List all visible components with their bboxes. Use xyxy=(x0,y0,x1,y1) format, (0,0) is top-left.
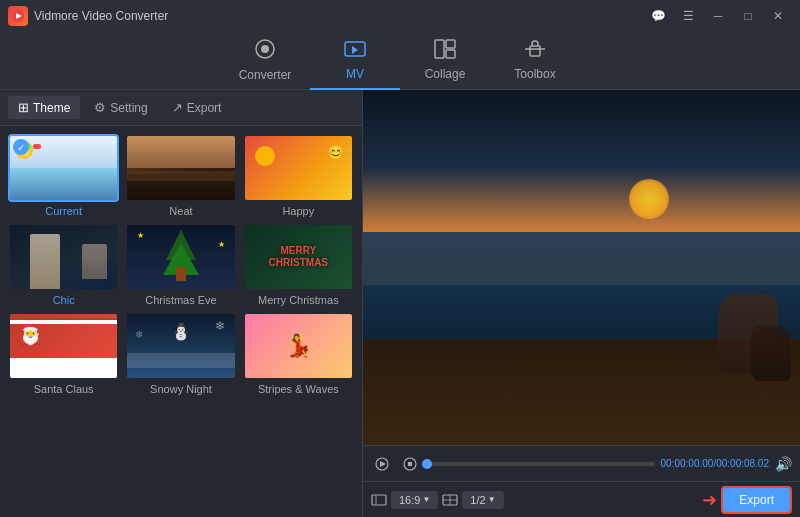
theme-thumb-chic xyxy=(8,223,119,291)
theme-thumb-snowy-night: ❄ ❄ ⛄ xyxy=(125,312,236,380)
progress-bar[interactable] xyxy=(427,462,655,466)
arrow-indicator: ➜ xyxy=(702,489,717,511)
app-icon xyxy=(8,6,28,26)
nav-tabs: Converter MV Collage Toolb xyxy=(0,32,800,90)
svg-point-3 xyxy=(261,45,269,53)
export-button[interactable]: Export xyxy=(721,486,792,514)
theme-item-current[interactable]: ✓ Current xyxy=(8,134,119,217)
resolution-icon xyxy=(442,492,458,508)
stop-button[interactable] xyxy=(399,453,421,475)
merry-text: MERRYCHRISTMAS xyxy=(269,245,328,269)
theme-item-happy[interactable]: 😊 Happy xyxy=(243,134,354,217)
theme-item-stripes-waves[interactable]: 💃 Stripes & Waves xyxy=(243,312,354,395)
theme-item-chic[interactable]: Chic xyxy=(8,223,119,306)
main-content: ⊞ Theme ⚙ Setting ↗ Export xyxy=(0,90,800,517)
video-preview xyxy=(363,90,800,445)
subtab-setting-label: Setting xyxy=(110,101,147,115)
theme-item-snowy-night[interactable]: ❄ ❄ ⛄ Snowy Night xyxy=(125,312,236,395)
subtab-theme[interactable]: ⊞ Theme xyxy=(8,96,80,119)
theme-thumb-current: ✓ xyxy=(8,134,119,202)
tab-toolbox[interactable]: Toolbox xyxy=(490,32,580,90)
toolbox-icon xyxy=(524,39,546,64)
theme-label-santa-claus: Santa Claus xyxy=(34,383,94,395)
converter-icon xyxy=(254,38,276,65)
svg-rect-13 xyxy=(408,462,412,466)
subtab-export-label: Export xyxy=(187,101,222,115)
tab-converter[interactable]: Converter xyxy=(220,32,310,90)
video-background xyxy=(363,90,800,445)
close-button[interactable]: ✕ xyxy=(764,6,792,26)
tab-collage-label: Collage xyxy=(425,67,466,81)
subtab-export[interactable]: ↗ Export xyxy=(162,96,232,119)
collage-icon xyxy=(434,39,456,64)
theme-label-snowy-night: Snowy Night xyxy=(150,383,212,395)
svg-rect-8 xyxy=(530,46,540,56)
volume-button[interactable]: 🔊 xyxy=(775,456,792,472)
svg-rect-6 xyxy=(446,40,455,48)
selected-check-icon: ✓ xyxy=(13,139,29,155)
subtab-theme-label: Theme xyxy=(33,101,70,115)
resolution-value: 1/2 xyxy=(470,494,485,506)
theme-thumb-stripes-waves: 💃 xyxy=(243,312,354,380)
tab-toolbox-label: Toolbox xyxy=(514,67,555,81)
bottom-controls: 16:9 ▼ 1/2 ▼ ➜ Export xyxy=(363,481,800,517)
theme-thumb-happy: 😊 xyxy=(243,134,354,202)
theme-grid-icon: ⊞ xyxy=(18,100,29,115)
theme-label-happy: Happy xyxy=(282,205,314,217)
resolution-select[interactable]: 1/2 ▼ xyxy=(462,491,503,509)
ratio-select[interactable]: 16:9 ▼ xyxy=(391,491,438,509)
minimize-button[interactable]: ─ xyxy=(704,6,732,26)
svg-rect-14 xyxy=(372,495,386,505)
time-display: 00:00:00.00/00:00:08.02 xyxy=(661,458,769,469)
theme-label-stripes-waves: Stripes & Waves xyxy=(258,383,339,395)
bottom-controls-left: 16:9 ▼ 1/2 ▼ xyxy=(371,491,504,509)
theme-label-christmas-eve: Christmas Eve xyxy=(145,294,217,306)
titlebar-controls: 💬 ☰ ─ □ ✕ xyxy=(644,6,792,26)
titlebar: Vidmore Video Converter 💬 ☰ ─ □ ✕ xyxy=(0,0,800,32)
theme-thumb-merry-christmas: MERRYCHRISTMAS xyxy=(243,223,354,291)
right-panel: 00:00:00.00/00:00:08.02 🔊 16:9 ▼ xyxy=(363,90,800,517)
svg-rect-5 xyxy=(435,40,444,58)
theme-label-chic: Chic xyxy=(53,294,75,306)
video-controls: 00:00:00.00/00:00:08.02 🔊 xyxy=(363,445,800,481)
export-area: ➜ Export xyxy=(702,486,792,514)
play-button[interactable] xyxy=(371,453,393,475)
theme-label-merry-christmas: Merry Christmas xyxy=(258,294,339,306)
beach-sun xyxy=(629,179,669,219)
app-title: Vidmore Video Converter xyxy=(34,9,168,23)
ratio-chevron-icon: ▼ xyxy=(422,495,430,504)
tab-mv[interactable]: MV xyxy=(310,32,400,90)
ratio-icon xyxy=(371,492,387,508)
theme-item-merry-christmas[interactable]: MERRYCHRISTMAS Merry Christmas xyxy=(243,223,354,306)
theme-grid: ✓ Current Neat xyxy=(0,126,362,517)
resolution-chevron-icon: ▼ xyxy=(488,495,496,504)
tab-collage[interactable]: Collage xyxy=(400,32,490,90)
tab-converter-label: Converter xyxy=(239,68,292,82)
svg-marker-11 xyxy=(380,461,386,467)
ratio-value: 16:9 xyxy=(399,494,420,506)
setting-icon: ⚙ xyxy=(94,100,106,115)
theme-thumb-christmas-eve: ★ ★ xyxy=(125,223,236,291)
svg-rect-7 xyxy=(446,50,455,58)
titlebar-left: Vidmore Video Converter xyxy=(8,6,168,26)
subtab-setting[interactable]: ⚙ Setting xyxy=(84,96,157,119)
theme-label-neat: Neat xyxy=(169,205,192,217)
theme-label-current: Current xyxy=(45,205,82,217)
left-panel: ⊞ Theme ⚙ Setting ↗ Export xyxy=(0,90,363,517)
progress-dot xyxy=(422,459,432,469)
theme-item-neat[interactable]: Neat xyxy=(125,134,236,217)
menu-button[interactable]: ☰ xyxy=(674,6,702,26)
theme-thumb-santa-claus: 🎅 xyxy=(8,312,119,380)
mv-icon xyxy=(344,39,366,64)
export-icon: ↗ xyxy=(172,100,183,115)
theme-thumb-neat xyxy=(125,134,236,202)
theme-item-christmas-eve[interactable]: ★ ★ Christmas Eve xyxy=(125,223,236,306)
tab-mv-label: MV xyxy=(346,67,364,81)
sub-tabs: ⊞ Theme ⚙ Setting ↗ Export xyxy=(0,90,362,126)
maximize-button[interactable]: □ xyxy=(734,6,762,26)
theme-item-santa-claus[interactable]: 🎅 Santa Claus xyxy=(8,312,119,395)
chat-button[interactable]: 💬 xyxy=(644,6,672,26)
